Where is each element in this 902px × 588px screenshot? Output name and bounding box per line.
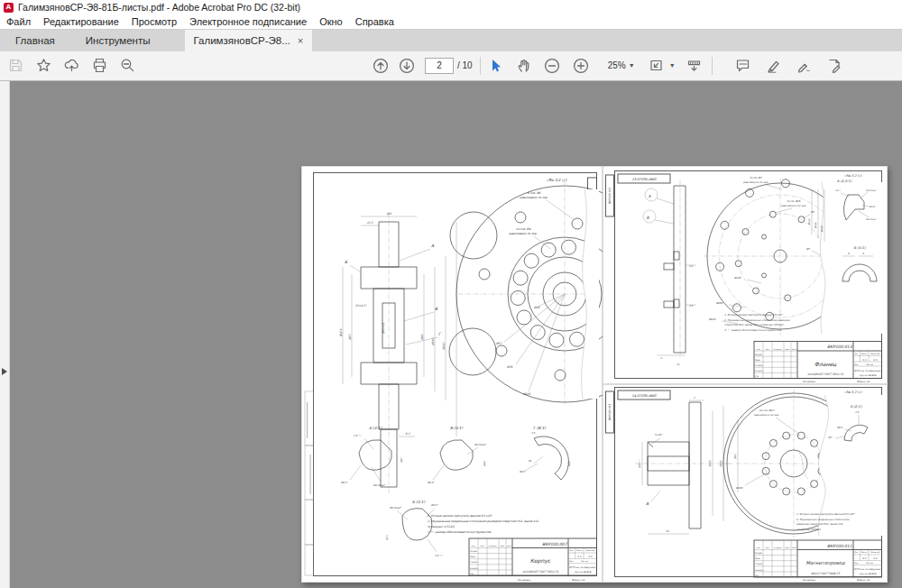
- favorites-star-icon[interactable]: [33, 55, 54, 77]
- svg-text:Изм.: Изм.: [757, 547, 761, 549]
- page-fit-icon[interactable]: [646, 55, 667, 77]
- svg-text:Изм.: Изм.: [472, 545, 476, 547]
- tab-home[interactable]: Главная: [0, 30, 70, 51]
- svg-text:Ø57: Ø57: [496, 342, 502, 345]
- page-fit-caret-icon[interactable]: ▼: [669, 62, 676, 69]
- svg-text:Формат А3: Формат А3: [572, 579, 585, 582]
- magnit-title-block: ВКР100.011 Магнитопровод 40Х13 ГОСТ 5949…: [754, 540, 882, 577]
- svg-text:ВКР100.011: ВКР100.011: [608, 404, 612, 420]
- svg-text:Ø57: Ø57: [348, 334, 352, 340]
- svg-text:равномерно по окр.: равномерно по окр.: [743, 180, 769, 184]
- svg-text:Корпус: Корпус: [530, 557, 551, 565]
- zoom-out-icon[interactable]: [542, 55, 563, 77]
- svg-text:Пров.: Пров.: [755, 557, 760, 560]
- svg-text:R0,2max*: R0,2max*: [866, 218, 878, 221]
- svg-text:R0,2max*: R0,2max*: [866, 189, 878, 192]
- scroll-mode-icon[interactable]: [684, 55, 704, 77]
- svg-text:Ø22: Ø22: [568, 461, 571, 466]
- svg-text:Изм.: Изм.: [757, 348, 761, 351]
- menu-window[interactable]: Окно: [313, 16, 349, 27]
- hand-tool-icon[interactable]: [513, 55, 534, 77]
- svg-text:R0,6*: R0,6*: [870, 206, 876, 208]
- zoom-level-value[interactable]: 25%: [603, 60, 626, 70]
- svg-text:Н.контр.: Н.контр.: [755, 370, 764, 372]
- svg-text:равномерно по окр.: равномерно по окр.: [754, 413, 779, 417]
- svg-text:2: 2: [694, 397, 695, 400]
- svg-text:Ø220: Ø220: [709, 317, 716, 321]
- svg-text:Н.контр.: Н.контр.: [755, 569, 764, 572]
- svg-text:1,1: 1,1: [577, 555, 582, 558]
- svg-text:Лит.: Лит.: [569, 549, 574, 551]
- menu-help[interactable]: Справка: [349, 16, 400, 27]
- save-icon[interactable]: [5, 55, 26, 77]
- selection-tool-icon[interactable]: [484, 55, 505, 77]
- svg-text:Лист: Лист: [854, 562, 860, 565]
- menu-file[interactable]: Файл: [0, 16, 37, 27]
- comment-icon[interactable]: [732, 55, 753, 77]
- svg-text:2,5: 2,5: [531, 432, 535, 435]
- svg-text:Масса: Масса: [861, 551, 868, 554]
- tab-tools[interactable]: Инструменты: [70, 30, 166, 51]
- pdf-page[interactable]: √Ra 3,2 (√) ВКР100.007: [301, 166, 888, 583]
- svg-text:равномерно по окр.: равномерно по окр.: [520, 196, 548, 199]
- svg-text:3. * – размер обеспечивается и: 3. * – размер обеспечивается инструменто…: [724, 328, 782, 332]
- print-icon[interactable]: [89, 55, 110, 77]
- svg-text:№ докум.: № докум.: [774, 547, 783, 549]
- svg-text:14 отв. Ø9: 14 отв. Ø9: [516, 227, 531, 231]
- tab-close-icon[interactable]: ×: [298, 36, 303, 46]
- svg-text:Пров.: Пров.: [755, 359, 760, 362]
- sign-pen-icon[interactable]: [794, 55, 815, 77]
- menu-edit[interactable]: Редактирование: [37, 16, 125, 27]
- navigation-panel-rail[interactable]: [0, 81, 10, 588]
- svg-text:2. Неуказанные предельные откл: 2. Неуказанные предельные отклонения раз…: [724, 318, 790, 322]
- zoom-dropdown-caret-icon[interactable]: ▼: [629, 62, 635, 69]
- svg-text:15±4,5°: 15±4,5°: [355, 304, 367, 308]
- tab-document-label: ГалимзяновСР-Э8...: [194, 35, 290, 46]
- menu-esign[interactable]: Электронное подписание: [183, 16, 313, 27]
- svg-text:Дата: Дата: [792, 547, 796, 549]
- page-down-icon[interactable]: [396, 55, 417, 77]
- share-cloud-icon[interactable]: [61, 55, 82, 77]
- zoom-in-icon[interactable]: [571, 55, 592, 77]
- svg-text:12Х18Н10Т ГОСТ 5632-72: 12Х18Н10Т ГОСТ 5632-72: [807, 372, 844, 376]
- page-up-icon[interactable]: [370, 55, 391, 77]
- svg-text:Б: Б: [345, 260, 348, 264]
- svg-text:5×45°: 5×45°: [655, 434, 663, 436]
- svg-text:Ø20: Ø20: [534, 306, 540, 309]
- fill-and-sign-icon[interactable]: [824, 55, 845, 77]
- svg-text:R0,4*: R0,4*: [431, 504, 438, 507]
- sheet-flanec: 13.0703Б.dWG √Ra 3,2 (√) ВКР100.013 А Б: [603, 166, 888, 384]
- svg-text:Ø92: Ø92: [420, 334, 424, 340]
- tab-bar: Главная Инструменты ГалимзяновСР-Э8... ×: [0, 29, 902, 51]
- svg-text:Лист: Лист: [569, 560, 575, 563]
- korpus-title-block: ВКР100.007 Корпус 12Х18Н10Т ГОСТ 5632-72…: [469, 538, 597, 575]
- flanec-section-view: [643, 180, 686, 359]
- file-label: 14.0703Б.dWG: [631, 394, 657, 398]
- svg-text:1. Острые кромки притупить фас: 1. Острые кромки притупить фаской 0,5×45…: [796, 512, 855, 516]
- tab-document[interactable]: ГалимзяновСР-Э8... ×: [185, 30, 313, 51]
- page-number-input[interactable]: 2: [425, 58, 454, 74]
- svg-text:Г (8:1): Г (8:1): [533, 426, 546, 430]
- svg-text:2,1: 2,1: [862, 556, 867, 560]
- svg-text:Лист: Лист: [766, 547, 771, 549]
- svg-text:2,5: 2,5: [855, 411, 859, 414]
- svg-text:√Ra 3,2 (√): √Ra 3,2 (√): [844, 390, 862, 394]
- svg-text:Дата: Дата: [792, 348, 796, 351]
- acrobat-app-icon: A: [4, 3, 14, 13]
- svg-text:1:1: 1:1: [588, 555, 593, 558]
- svg-text:45°: 45°: [828, 436, 833, 439]
- panel-expand-icon[interactable]: [2, 368, 7, 375]
- svg-text:Лист: Лист: [481, 545, 486, 547]
- svg-text:Копировал: Копировал: [518, 579, 531, 582]
- svg-text:Копировал: Копировал: [803, 579, 816, 582]
- svg-text:Масса: Масса: [576, 549, 583, 552]
- menu-view[interactable]: Просмотр: [125, 16, 183, 27]
- highlight-icon[interactable]: [763, 55, 784, 77]
- svg-text:4,5: 4,5: [689, 305, 693, 308]
- svg-text:Дата: Дата: [507, 545, 511, 547]
- main-toolbar: 2 / 10 25% ▼ ▼: [0, 51, 902, 81]
- svg-text:2. Неуказанные предельные откл: 2. Неуказанные предельные отклонения: [796, 518, 850, 521]
- svg-text:А: А: [649, 194, 651, 198]
- svg-text:6,3: 6,3: [406, 432, 411, 436]
- search-icon[interactable]: [117, 55, 138, 77]
